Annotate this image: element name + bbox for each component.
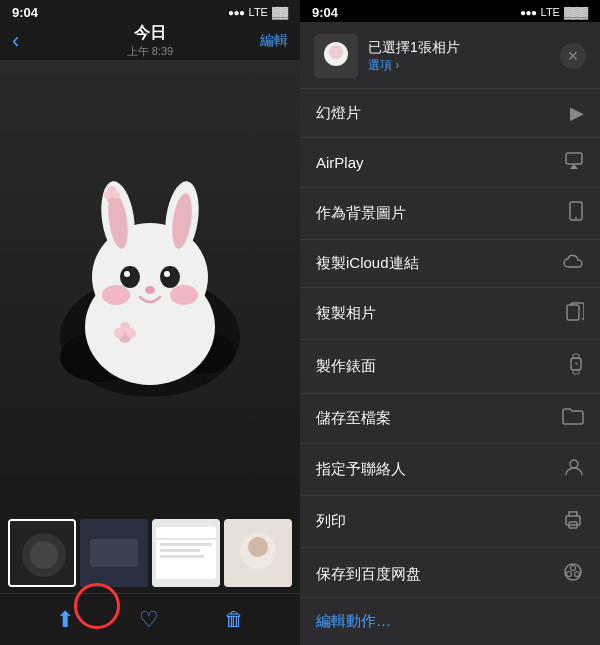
- network-right: LTE: [541, 6, 560, 18]
- heart-icon[interactable]: ♡: [139, 607, 159, 633]
- menu-item-copy-photo[interactable]: 複製相片: [300, 288, 600, 340]
- svg-point-57: [575, 572, 580, 577]
- svg-point-23: [120, 322, 130, 332]
- close-button[interactable]: ✕: [560, 43, 586, 69]
- svg-point-37: [248, 537, 268, 557]
- print-icon: [562, 509, 584, 534]
- svg-point-44: [575, 217, 577, 219]
- menu-item-slideshow[interactable]: 幻燈片 ▶: [300, 89, 600, 138]
- status-icons-left: ●●● LTE ▓▓: [228, 6, 288, 18]
- menu-item-baidu[interactable]: 保存到百度网盘: [300, 548, 600, 597]
- menu-item-label: 保存到百度网盘: [316, 565, 421, 584]
- edit-button[interactable]: 編輯: [260, 32, 288, 50]
- svg-rect-32: [160, 543, 212, 546]
- thumbnail-2[interactable]: [80, 519, 148, 587]
- status-bar-right: 9:04 ●●● LTE ▓▓▓: [300, 0, 600, 22]
- svg-rect-45: [567, 305, 579, 320]
- menu-item-save-files[interactable]: 儲存至檔案: [300, 394, 600, 444]
- menu-options-link[interactable]: 選項 ›: [368, 57, 550, 74]
- bottom-toolbar: ⬆ ♡ 🗑: [0, 593, 300, 645]
- svg-rect-33: [160, 549, 200, 552]
- menu-item-label: 指定予聯絡人: [316, 460, 406, 479]
- back-button[interactable]: ‹: [12, 28, 19, 54]
- nav-title: 今日: [134, 23, 166, 44]
- svg-rect-41: [566, 153, 582, 164]
- svg-point-56: [567, 572, 572, 577]
- share-container: ⬆: [56, 607, 74, 633]
- menu-title-group: 已選擇1張相片 選項 ›: [368, 39, 550, 74]
- share-icon[interactable]: ⬆: [56, 607, 74, 632]
- menu-item-print[interactable]: 列印: [300, 496, 600, 548]
- svg-point-13: [120, 266, 140, 288]
- copy-icon: [566, 301, 584, 326]
- photo-area: [0, 60, 300, 513]
- menu-item-label: 幻燈片: [316, 104, 361, 123]
- menu-item-wallpaper[interactable]: 作為背景圖片: [300, 188, 600, 240]
- menu-item-airplay[interactable]: AirPlay: [300, 138, 600, 188]
- menu-item-label: 作為背景圖片: [316, 204, 406, 223]
- bunny-image: [40, 177, 260, 397]
- menu-header-title: 已選擇1張相片: [368, 39, 550, 57]
- menu-list: 幻燈片 ▶ AirPlay 作為背景圖片 複製iCloud連結: [300, 89, 600, 597]
- menu-item-label: 製作錶面: [316, 357, 376, 376]
- svg-point-15: [124, 271, 130, 277]
- time-left: 9:04: [12, 5, 38, 20]
- menu-item-label: 列印: [316, 512, 346, 531]
- baidu-icon: [562, 561, 584, 588]
- thumbnail-4[interactable]: [224, 519, 292, 587]
- menu-item-label: AirPlay: [316, 154, 364, 171]
- nav-subtitle: 上午 8:39: [127, 44, 173, 59]
- battery-right: ▓▓▓: [564, 6, 588, 18]
- edit-actions-label[interactable]: 編輯動作…: [316, 612, 391, 629]
- menu-item-label: 複製相片: [316, 304, 376, 323]
- time-right: 9:04: [312, 5, 338, 20]
- folder-icon: [562, 407, 584, 430]
- bottom-action[interactable]: 編輯動作…: [300, 597, 600, 645]
- watch-icon: [568, 353, 584, 380]
- thumbnail-3[interactable]: [152, 519, 220, 587]
- menu-item-label: 儲存至檔案: [316, 409, 391, 428]
- menu-item-label: 複製iCloud連結: [316, 254, 419, 273]
- menu-thumbnail: [314, 34, 358, 78]
- right-panel: 9:04 ●●● LTE ▓▓▓ 已選擇1張相片 選項 › ✕ 幻燈片 ▶ Ai: [300, 0, 600, 645]
- menu-item-contact[interactable]: 指定予聯絡人: [300, 444, 600, 496]
- svg-rect-34: [160, 555, 204, 558]
- svg-point-17: [102, 285, 130, 305]
- airplay-icon: [564, 151, 584, 174]
- cloud-icon: [562, 253, 584, 274]
- phone-icon: [568, 201, 584, 226]
- contact-icon: [564, 457, 584, 482]
- signal-left: ●●●: [228, 7, 245, 18]
- battery-left: ▓▓: [272, 6, 288, 18]
- thumbnail-strip: [0, 513, 300, 593]
- svg-point-16: [164, 271, 170, 277]
- svg-point-40: [329, 45, 343, 59]
- svg-rect-28: [90, 539, 138, 567]
- network-left: LTE: [249, 6, 268, 18]
- signal-right: ●●●: [520, 7, 537, 18]
- thumbnail-1[interactable]: [8, 519, 76, 587]
- svg-rect-30: [156, 527, 216, 579]
- menu-header: 已選擇1張相片 選項 › ✕: [300, 22, 600, 89]
- svg-point-18: [170, 285, 198, 305]
- svg-point-19: [145, 286, 155, 294]
- status-bar-left: 9:04 ●●● LTE ▓▓: [0, 0, 300, 22]
- svg-rect-52: [566, 516, 580, 525]
- svg-point-55: [571, 566, 576, 571]
- menu-item-watch-face[interactable]: 製作錶面: [300, 340, 600, 394]
- svg-point-14: [160, 266, 180, 288]
- trash-icon[interactable]: 🗑: [224, 608, 244, 631]
- left-panel: 9:04 ●●● LTE ▓▓ ‹ 今日 上午 8:39 編輯: [0, 0, 300, 645]
- svg-point-51: [570, 460, 578, 468]
- svg-point-26: [30, 541, 58, 569]
- play-icon: ▶: [570, 102, 584, 124]
- svg-point-12: [108, 186, 116, 194]
- nav-bar-left: ‹ 今日 上午 8:39 編輯: [0, 22, 300, 60]
- nav-title-group: 今日 上午 8:39: [127, 23, 173, 59]
- status-icons-right: ●●● LTE ▓▓▓: [520, 6, 588, 18]
- menu-item-icloud[interactable]: 複製iCloud連結: [300, 240, 600, 288]
